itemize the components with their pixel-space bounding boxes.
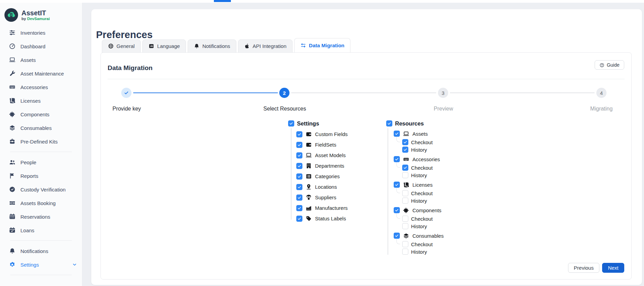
checkbox[interactable]	[402, 190, 408, 196]
sidebar-item-label: Assets Booking	[20, 200, 56, 206]
sidebar-item-label: Consumables	[20, 125, 52, 131]
migration-stepper: 2 3 4 Provide key Select Resources Previ…	[101, 88, 631, 115]
tab-label: Data Migration	[309, 43, 344, 48]
resources-tree: Resources Assets Checkout	[386, 119, 488, 256]
stepper-line	[291, 92, 436, 93]
tree-root-label: Settings	[297, 120, 319, 127]
map-pin-icon	[305, 184, 312, 190]
wallet-icon	[305, 141, 312, 148]
sidebar-item-reservations[interactable]: Reservations	[0, 210, 82, 223]
checkbox[interactable]	[402, 172, 408, 178]
tree-item-categories: Categories	[288, 171, 390, 182]
tag-icon	[305, 215, 312, 222]
sidebar-item-assets[interactable]: Assets	[0, 53, 82, 67]
checkbox[interactable]	[402, 249, 408, 255]
people-icon	[9, 159, 16, 166]
checkbox[interactable]	[296, 152, 302, 158]
tree-item-history: History	[386, 248, 488, 255]
tree-item-locations: Locations	[288, 182, 390, 192]
sidebar-item-label: Custody Verification	[20, 187, 66, 192]
checkbox[interactable]	[402, 216, 408, 222]
step-3-circle[interactable]: 3	[438, 88, 448, 98]
sidebar-item-settings[interactable]: Settings	[0, 258, 82, 271]
keyboard-icon	[403, 156, 409, 163]
tab-notifications[interactable]: Notifications	[188, 39, 236, 53]
sidebar-item-label: Licenses	[20, 98, 41, 104]
sidebar-item-reports[interactable]: Reports	[0, 169, 82, 183]
sidebar-item-pre-defined-kits[interactable]: Pre-Defined Kits	[0, 135, 82, 148]
settings-tree: Settings Custom Fields FieldSets Asset M…	[288, 119, 390, 224]
data-migration-panel: Data Migration Guide 2 3 4 Provide key	[100, 52, 632, 280]
tab-data-migration[interactable]: Data Migration	[294, 38, 350, 53]
tree-item-checkout: Checkout	[386, 164, 488, 171]
checkbox[interactable]	[394, 233, 400, 239]
checkbox[interactable]	[288, 120, 294, 127]
tree-connector-line	[291, 128, 292, 220]
tree-item-consumables: Consumables	[386, 231, 488, 240]
guide-button[interactable]: Guide	[595, 60, 624, 70]
browser-tab-progress-bar	[214, 0, 231, 2]
toolbox-icon	[9, 138, 16, 145]
checkbox[interactable]	[402, 223, 408, 229]
assetit-logo-icon	[4, 8, 18, 22]
checkbox[interactable]	[394, 182, 400, 188]
tab-api-integration[interactable]: API Integration	[238, 39, 293, 53]
sidebar-item-asset-maintenance[interactable]: Asset Maintenance	[0, 67, 82, 80]
tree-item-status-labels: Status Labels	[288, 213, 390, 224]
checkbox[interactable]	[402, 241, 408, 247]
checkbox[interactable]	[402, 165, 408, 171]
checkbox[interactable]	[394, 131, 400, 137]
checkbox[interactable]	[296, 131, 302, 137]
tab-general[interactable]: General	[102, 39, 141, 53]
bell-icon	[194, 43, 200, 49]
check-icon	[124, 90, 129, 95]
checkbox[interactable]	[296, 195, 302, 201]
sidebar-item-people[interactable]: People	[0, 155, 82, 169]
checkbox[interactable]	[296, 142, 302, 148]
preferences-card: Preferences General Language Notificatio…	[91, 9, 642, 285]
sidebar-item-assets-booking[interactable]: Assets Booking	[0, 196, 82, 210]
sidebar-item-label: Pre-Defined Kits	[20, 139, 58, 145]
tab-label: Language	[157, 43, 180, 49]
sidebar-item-accessories[interactable]: Accessories	[0, 80, 82, 94]
panel-divider	[108, 79, 625, 79]
sidebar-item-inventories[interactable]: Inventories	[0, 26, 82, 39]
step-2-circle-active[interactable]: 2	[279, 88, 289, 98]
chevron-down-icon	[72, 262, 77, 267]
checkbox[interactable]	[296, 205, 302, 211]
sidebar-item-label: People	[20, 159, 36, 165]
checkbox[interactable]	[296, 184, 302, 190]
sidebar-item-consumables[interactable]: Consumables	[0, 121, 82, 135]
tree-item-checkout: Checkout	[386, 215, 488, 222]
sidebar-item-notifications[interactable]: Notifications	[0, 244, 82, 258]
checkbox[interactable]	[402, 198, 408, 204]
checkbox[interactable]	[394, 156, 400, 162]
checkbox[interactable]	[296, 163, 302, 169]
sidebar-item-custody-verification[interactable]: Custody Verification	[0, 183, 82, 196]
tab-language[interactable]: Language	[142, 39, 186, 53]
wrench-icon	[9, 70, 16, 77]
sidebar-item-loans[interactable]: Loans	[0, 223, 82, 237]
checkbox[interactable]	[394, 207, 400, 213]
tree-item-history: History	[386, 222, 488, 230]
keyboard-icon	[9, 84, 16, 90]
checkbox[interactable]	[296, 216, 302, 222]
brand-title: AssetIT	[21, 9, 50, 17]
sidebar-item-licenses[interactable]: Licenses	[0, 94, 82, 107]
brand-byline-company: DevSamurai	[27, 17, 50, 21]
step-3-label: Preview	[434, 106, 453, 112]
checkbox[interactable]	[386, 120, 392, 127]
checkbox[interactable]	[402, 147, 408, 153]
transfer-icon	[300, 43, 306, 48]
previous-button[interactable]: Previous	[568, 263, 599, 273]
step-1-circle-done[interactable]	[121, 88, 131, 98]
tree-item-asset-models: Asset Models	[288, 150, 390, 161]
resource-group-assets: Assets Checkout History	[386, 129, 488, 153]
checkbox[interactable]	[402, 139, 408, 145]
sidebar-item-components[interactable]: Components	[0, 107, 82, 121]
ticket-icon	[9, 200, 16, 206]
checkbox[interactable]	[296, 173, 302, 180]
next-button[interactable]: Next	[602, 263, 624, 273]
sidebar-item-dashboard[interactable]: Dashboard	[0, 39, 82, 53]
step-4-circle[interactable]: 4	[596, 88, 607, 98]
